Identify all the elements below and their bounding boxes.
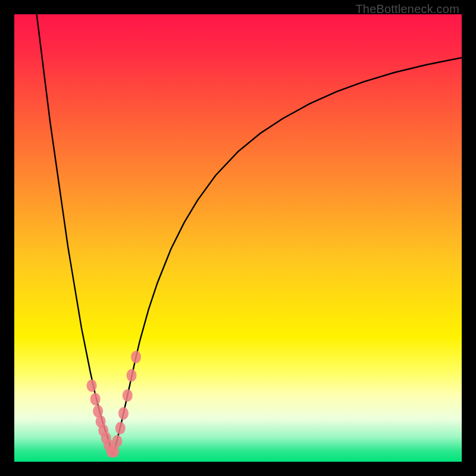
- data-point-marker: [127, 369, 137, 381]
- plot-area: [14, 14, 462, 462]
- chart-canvas: [14, 14, 462, 462]
- data-point-marker: [115, 422, 126, 434]
- data-point-marker: [112, 435, 122, 447]
- data-point-marker: [118, 407, 129, 419]
- watermark-text: TheBottleneck.com: [355, 2, 459, 16]
- data-point-marker: [90, 393, 101, 405]
- data-point-marker: [131, 351, 141, 364]
- data-point-marker: [123, 389, 133, 402]
- data-point-marker: [87, 380, 97, 392]
- outer-frame: TheBottleneck.com: [0, 0, 476, 476]
- background-gradient: [14, 14, 462, 462]
